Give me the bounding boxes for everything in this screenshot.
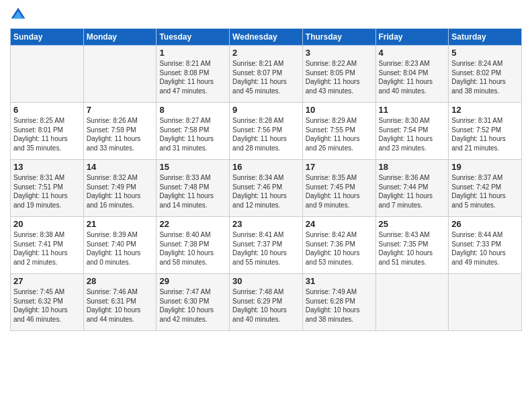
- day-number: 31: [306, 276, 373, 286]
- day-cell: 27Sunrise: 7:45 AM Sunset: 6:32 PM Dayli…: [11, 274, 84, 331]
- day-cell: [375, 274, 449, 331]
- day-number: 7: [87, 105, 154, 115]
- day-info: Sunrise: 8:44 AM Sunset: 7:33 PM Dayligh…: [451, 230, 519, 267]
- day-cell: 31Sunrise: 7:49 AM Sunset: 6:28 PM Dayli…: [302, 274, 375, 331]
- day-info: Sunrise: 8:39 AM Sunset: 7:40 PM Dayligh…: [87, 230, 154, 267]
- day-cell: 21Sunrise: 8:39 AM Sunset: 7:40 PM Dayli…: [83, 217, 157, 274]
- day-cell: 22Sunrise: 8:40 AM Sunset: 7:38 PM Dayli…: [157, 217, 230, 274]
- day-info: Sunrise: 8:34 AM Sunset: 7:46 PM Dayligh…: [232, 173, 300, 210]
- day-info: Sunrise: 8:31 AM Sunset: 7:52 PM Dayligh…: [451, 116, 519, 152]
- header-cell-friday: Friday: [375, 29, 449, 46]
- day-info: Sunrise: 8:27 AM Sunset: 7:58 PM Dayligh…: [159, 116, 226, 152]
- day-info: Sunrise: 8:25 AM Sunset: 8:01 PM Dayligh…: [13, 116, 81, 152]
- header-cell-tuesday: Tuesday: [157, 29, 230, 46]
- day-cell: 24Sunrise: 8:42 AM Sunset: 7:36 PM Dayli…: [302, 217, 375, 274]
- week-row-2: 6Sunrise: 8:25 AM Sunset: 8:01 PM Daylig…: [11, 103, 522, 160]
- day-info: Sunrise: 8:28 AM Sunset: 7:56 PM Dayligh…: [232, 116, 300, 152]
- day-number: 28: [87, 276, 154, 286]
- day-info: Sunrise: 8:21 AM Sunset: 8:07 PM Dayligh…: [232, 59, 300, 95]
- day-cell: [83, 46, 157, 103]
- day-cell: 8Sunrise: 8:27 AM Sunset: 7:58 PM Daylig…: [157, 103, 230, 160]
- day-cell: 1Sunrise: 8:21 AM Sunset: 8:08 PM Daylig…: [157, 46, 230, 103]
- day-number: 27: [13, 276, 81, 286]
- day-cell: 18Sunrise: 8:36 AM Sunset: 7:44 PM Dayli…: [375, 160, 449, 217]
- day-info: Sunrise: 8:43 AM Sunset: 7:35 PM Dayligh…: [379, 230, 446, 267]
- day-cell: 6Sunrise: 8:25 AM Sunset: 8:01 PM Daylig…: [11, 103, 84, 160]
- day-cell: 16Sunrise: 8:34 AM Sunset: 7:46 PM Dayli…: [230, 160, 303, 217]
- day-number: 14: [87, 162, 154, 172]
- day-number: 15: [159, 162, 226, 172]
- calendar-table: SundayMondayTuesdayWednesdayThursdayFrid…: [10, 28, 522, 331]
- day-number: 10: [306, 105, 373, 115]
- day-cell: 23Sunrise: 8:41 AM Sunset: 7:37 PM Dayli…: [230, 217, 303, 274]
- day-number: 13: [13, 162, 81, 172]
- day-number: 24: [306, 219, 373, 229]
- day-number: 26: [451, 219, 519, 229]
- day-info: Sunrise: 8:42 AM Sunset: 7:36 PM Dayligh…: [306, 230, 373, 267]
- day-cell: [449, 274, 522, 331]
- day-info: Sunrise: 8:31 AM Sunset: 7:51 PM Dayligh…: [13, 173, 81, 210]
- day-cell: 15Sunrise: 8:33 AM Sunset: 7:48 PM Dayli…: [157, 160, 230, 217]
- day-info: Sunrise: 8:35 AM Sunset: 7:45 PM Dayligh…: [306, 173, 373, 210]
- logo-icon: [10, 7, 26, 23]
- header-cell-wednesday: Wednesday: [230, 29, 303, 46]
- day-cell: 20Sunrise: 8:38 AM Sunset: 7:41 PM Dayli…: [11, 217, 84, 274]
- day-info: Sunrise: 8:21 AM Sunset: 8:08 PM Dayligh…: [159, 59, 226, 95]
- header-cell-saturday: Saturday: [449, 29, 522, 46]
- day-cell: 4Sunrise: 8:23 AM Sunset: 8:04 PM Daylig…: [375, 46, 449, 103]
- header-cell-monday: Monday: [83, 29, 157, 46]
- calendar-body: 1Sunrise: 8:21 AM Sunset: 8:08 PM Daylig…: [11, 46, 522, 331]
- day-info: Sunrise: 8:37 AM Sunset: 7:42 PM Dayligh…: [451, 173, 519, 210]
- day-number: 12: [451, 105, 519, 115]
- day-info: Sunrise: 8:40 AM Sunset: 7:38 PM Dayligh…: [159, 230, 226, 267]
- day-number: 20: [13, 219, 81, 229]
- day-number: 8: [159, 105, 226, 115]
- header: [10, 7, 522, 23]
- day-info: Sunrise: 7:49 AM Sunset: 6:28 PM Dayligh…: [306, 287, 373, 324]
- day-cell: 25Sunrise: 8:43 AM Sunset: 7:35 PM Dayli…: [375, 217, 449, 274]
- day-cell: 28Sunrise: 7:46 AM Sunset: 6:31 PM Dayli…: [83, 274, 157, 331]
- day-cell: 17Sunrise: 8:35 AM Sunset: 7:45 PM Dayli…: [302, 160, 375, 217]
- day-info: Sunrise: 8:30 AM Sunset: 7:54 PM Dayligh…: [379, 116, 446, 152]
- week-row-3: 13Sunrise: 8:31 AM Sunset: 7:51 PM Dayli…: [11, 160, 522, 217]
- day-cell: 3Sunrise: 8:22 AM Sunset: 8:05 PM Daylig…: [302, 46, 375, 103]
- day-info: Sunrise: 8:26 AM Sunset: 7:59 PM Dayligh…: [87, 116, 154, 152]
- day-number: 23: [232, 219, 300, 229]
- day-number: 5: [451, 48, 519, 58]
- header-row: SundayMondayTuesdayWednesdayThursdayFrid…: [11, 29, 522, 46]
- week-row-1: 1Sunrise: 8:21 AM Sunset: 8:08 PM Daylig…: [11, 46, 522, 103]
- calendar-header: SundayMondayTuesdayWednesdayThursdayFrid…: [11, 29, 522, 46]
- week-row-4: 20Sunrise: 8:38 AM Sunset: 7:41 PM Dayli…: [11, 217, 522, 274]
- day-number: 6: [13, 105, 81, 115]
- header-cell-sunday: Sunday: [11, 29, 84, 46]
- day-cell: [11, 46, 84, 103]
- day-cell: 11Sunrise: 8:30 AM Sunset: 7:54 PM Dayli…: [375, 103, 449, 160]
- day-cell: 9Sunrise: 8:28 AM Sunset: 7:56 PM Daylig…: [230, 103, 303, 160]
- day-info: Sunrise: 8:36 AM Sunset: 7:44 PM Dayligh…: [379, 173, 446, 210]
- day-number: 17: [306, 162, 373, 172]
- day-info: Sunrise: 8:32 AM Sunset: 7:49 PM Dayligh…: [87, 173, 154, 210]
- day-cell: 10Sunrise: 8:29 AM Sunset: 7:55 PM Dayli…: [302, 103, 375, 160]
- day-info: Sunrise: 7:47 AM Sunset: 6:30 PM Dayligh…: [159, 287, 226, 324]
- day-number: 11: [379, 105, 446, 115]
- main-container: SundayMondayTuesdayWednesdayThursdayFrid…: [0, 0, 532, 338]
- day-cell: 29Sunrise: 7:47 AM Sunset: 6:30 PM Dayli…: [157, 274, 230, 331]
- day-info: Sunrise: 8:23 AM Sunset: 8:04 PM Dayligh…: [379, 59, 446, 95]
- day-info: Sunrise: 8:33 AM Sunset: 7:48 PM Dayligh…: [159, 173, 226, 210]
- day-info: Sunrise: 8:29 AM Sunset: 7:55 PM Dayligh…: [306, 116, 373, 152]
- header-cell-thursday: Thursday: [302, 29, 375, 46]
- day-info: Sunrise: 8:41 AM Sunset: 7:37 PM Dayligh…: [232, 230, 300, 267]
- day-info: Sunrise: 7:46 AM Sunset: 6:31 PM Dayligh…: [87, 287, 154, 324]
- day-info: Sunrise: 7:48 AM Sunset: 6:29 PM Dayligh…: [232, 287, 300, 324]
- day-number: 22: [159, 219, 226, 229]
- day-info: Sunrise: 8:22 AM Sunset: 8:05 PM Dayligh…: [306, 59, 373, 95]
- day-number: 4: [379, 48, 446, 58]
- day-info: Sunrise: 7:45 AM Sunset: 6:32 PM Dayligh…: [13, 287, 81, 324]
- day-cell: 12Sunrise: 8:31 AM Sunset: 7:52 PM Dayli…: [449, 103, 522, 160]
- day-info: Sunrise: 8:24 AM Sunset: 8:02 PM Dayligh…: [451, 59, 519, 95]
- day-number: 9: [232, 105, 300, 115]
- day-cell: 2Sunrise: 8:21 AM Sunset: 8:07 PM Daylig…: [230, 46, 303, 103]
- day-number: 3: [306, 48, 373, 58]
- day-number: 16: [232, 162, 300, 172]
- day-cell: 13Sunrise: 8:31 AM Sunset: 7:51 PM Dayli…: [11, 160, 84, 217]
